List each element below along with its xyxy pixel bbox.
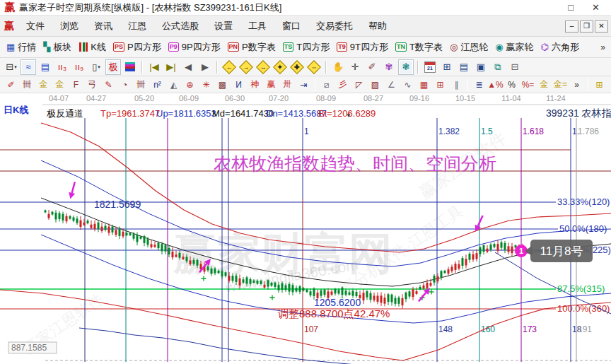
tool-time-clock-icon[interactable]: ◔: [117, 78, 132, 92]
tool-gold-lines-icon[interactable]: 金=: [553, 78, 568, 92]
tool-compress-h-icon[interactable]: ✦: [272, 59, 288, 75]
menu-item-7[interactable]: 窗口: [274, 20, 308, 33]
tool-expand-h-icon[interactable]: ↔: [255, 59, 271, 75]
tool-prev-page-icon[interactable]: ◀: [180, 59, 196, 75]
tool-box-diag-icon[interactable]: ⧄: [319, 78, 334, 92]
menu-item-3[interactable]: 江恩: [120, 20, 154, 33]
menu-item-4[interactable]: 公式选股: [154, 20, 206, 33]
tool-gold-square-2-icon[interactable]: 金: [52, 78, 67, 92]
tool-print-icon[interactable]: ⊟: [507, 59, 523, 75]
tool-notes-icon[interactable]: ▤: [456, 59, 472, 75]
tool-gold-circle-icon[interactable]: 金: [537, 78, 552, 92]
toolbar-button-t-number-table[interactable]: TNT数字表: [395, 41, 443, 54]
mdi-close-button[interactable]: ✕: [595, 20, 608, 33]
tool-expand-all-icon[interactable]: ✚: [289, 59, 305, 75]
price-annotation[interactable]: 1821.5699: [94, 199, 141, 210]
tool-tally-fence-icon[interactable]: 卌: [20, 78, 35, 92]
tool-coil-tool-icon[interactable]: 弓: [85, 78, 100, 92]
tool-shen-tool-icon[interactable]: 神: [248, 78, 262, 92]
tool-percent-lines-icon[interactable]: %=: [520, 78, 535, 92]
tool-n-squared-icon[interactable]: n²: [150, 78, 165, 92]
tool-info-panel-icon[interactable]: ▤: [37, 59, 53, 75]
tool-f-ruler-icon[interactable]: F: [69, 78, 83, 92]
tool-percent-icon[interactable]: %: [504, 78, 519, 92]
tool-angle-compass-icon[interactable]: ◭: [166, 78, 181, 92]
tool-candle-width-icon[interactable]: ▯▾: [88, 59, 104, 75]
tool-bars-9-icon[interactable]: ıı₉: [71, 59, 87, 75]
tool-first-page-icon[interactable]: |◀: [146, 59, 162, 75]
tool-trend-tool-icon[interactable]: ≈: [21, 59, 36, 75]
tool-flower-tool-icon[interactable]: ✾: [381, 59, 397, 75]
toolbar-button-9t-square[interactable]: T99T四方形: [337, 41, 388, 54]
toolbar-button-p-number-table[interactable]: PNP数字表: [228, 41, 276, 54]
tool-draw-pen-icon[interactable]: ✐: [4, 78, 18, 92]
dropdown-hint-icon[interactable]: ▼: [346, 112, 351, 119]
tool-angle-lines-icon[interactable]: ∠: [384, 78, 399, 92]
tool-save-icon[interactable]: ▣: [473, 59, 489, 75]
tool-channel-toggle-icon[interactable]: 极: [105, 59, 121, 75]
annotation-arrow[interactable]: [67, 181, 78, 199]
price-annotation[interactable]: 1205.6200: [314, 297, 361, 308]
tool-red-grid-2-icon[interactable]: ⊞: [433, 78, 448, 92]
menu-item-5[interactable]: 设置: [206, 20, 240, 33]
tool-overflow-1-icon[interactable]: »: [569, 78, 584, 92]
close-button[interactable]: ✕: [592, 2, 600, 13]
menu-item-2[interactable]: 资讯: [86, 20, 120, 33]
tool-tab-right-icon[interactable]: ⇥: [296, 78, 311, 92]
maximize-button[interactable]: □: [568, 2, 574, 13]
tool-ying-tool-icon[interactable]: 赢: [264, 78, 279, 92]
analysis-annotation[interactable]: 农林牧渔指数趋势、时间、空间分析: [214, 153, 496, 173]
menu-item-8[interactable]: 交易委托: [308, 20, 361, 33]
tool-next-page-icon[interactable]: ▶: [197, 59, 213, 75]
tool-pattern-box-icon[interactable]: ▩: [215, 78, 230, 92]
tool-wave-mark-icon[interactable]: И: [231, 78, 246, 92]
mdi-minimize-button[interactable]: –: [565, 20, 578, 33]
toolbar-button-winner-wheel[interactable]: ◉赢家轮: [495, 41, 533, 54]
toolbar-button-t-square[interactable]: TST四方形: [283, 41, 330, 54]
toolbar-button-sectors[interactable]: ▚板块: [43, 41, 71, 54]
tool-scribble-tool-icon[interactable]: ❃: [398, 59, 414, 75]
tool-pointer-edit-icon[interactable]: ✐: [364, 59, 380, 75]
price-annotation[interactable]: 调整888.8700点42.47%: [278, 307, 390, 319]
tool-calculator-icon[interactable]: ⊞: [439, 59, 455, 75]
tool-percent-retrace-icon[interactable]: ▲%: [488, 78, 503, 92]
tool-overflow-2-icon[interactable]: »: [608, 78, 611, 92]
tool-fan-rays-icon[interactable]: 彡: [335, 78, 350, 92]
tool-shift-left-icon[interactable]: ←: [221, 59, 237, 75]
menu-item-9[interactable]: 帮助: [361, 20, 395, 33]
tool-shift-right-icon[interactable]: →: [238, 59, 254, 75]
toolbar-button-9p-square[interactable]: P99P四方形: [168, 41, 221, 54]
tool-crosshair-icon[interactable]: ✛: [347, 59, 363, 75]
tool-gold-square-1-icon[interactable]: 金: [36, 78, 51, 92]
toolbar-button-hexagon[interactable]: ⌬六角形: [541, 41, 579, 54]
mdi-restore-button[interactable]: ❐: [580, 20, 593, 33]
tool-cards-icon[interactable]: ⧉: [490, 59, 506, 75]
tool-restore-view-icon[interactable]: ⇔: [306, 59, 322, 75]
tool-color-kline-icon[interactable]: [122, 59, 138, 75]
tool-zigzag-icon[interactable]: ∿: [400, 78, 415, 92]
tool-calendar-icon[interactable]: 21: [422, 59, 438, 75]
toolbar-button-quotes[interactable]: ▦行情: [6, 41, 36, 54]
toolbar-button-p-square[interactable]: PSP四方形: [113, 41, 161, 54]
tool-bars-3-icon[interactable]: ıı₃: [54, 59, 70, 75]
kline-chart[interactable]: 赢家财富网www.yingjia360.com赢家江恩软件股票分析软件·江恩工具…: [0, 93, 611, 364]
tool-hatch-box-icon[interactable]: ▨: [368, 78, 383, 92]
tool-parallel-lines-icon[interactable]: ∥: [449, 78, 464, 92]
tool-pan-hand-icon[interactable]: ✋: [330, 59, 346, 75]
tool-tally-fence-2-icon[interactable]: 卌: [134, 78, 149, 92]
tool-red-grid-icon[interactable]: ▦: [417, 78, 431, 92]
menu-item-6[interactable]: 工具: [240, 20, 274, 33]
toolbar-button-kline[interactable]: K线: [78, 41, 106, 54]
menu-item-0[interactable]: 文件: [18, 20, 52, 33]
tool-gann-circle-icon[interactable]: ⊕: [182, 78, 197, 92]
menu-item-1[interactable]: 浏览: [52, 20, 86, 33]
tool-yellow-grid-icon[interactable]: ⊞: [592, 78, 607, 92]
tool-kline-style-icon[interactable]: ⊟▾: [4, 59, 19, 75]
tool-ray-star-icon[interactable]: ✳: [199, 78, 214, 92]
tool-red-marker-icon[interactable]: ✎: [101, 78, 116, 92]
tool-scale-ruler-icon[interactable]: ≣: [472, 78, 487, 92]
tool-fan-box-icon[interactable]: ◸: [351, 78, 366, 92]
toolbar-button-gann-wheel[interactable]: ◎江恩轮: [450, 41, 488, 54]
tool-grid-123-icon[interactable]: 卅: [280, 78, 295, 92]
tool-last-page-icon[interactable]: ▶|: [163, 59, 179, 75]
